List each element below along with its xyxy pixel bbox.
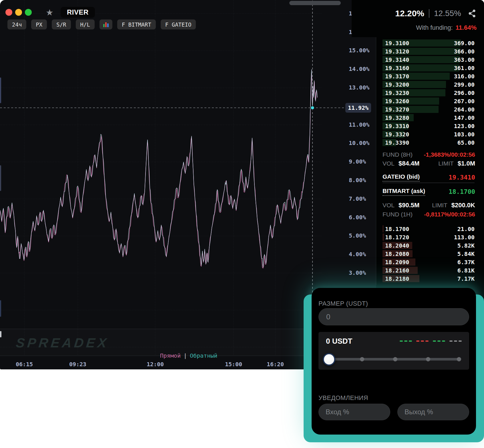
bid-row[interactable]: 19.3280147.00 bbox=[383, 114, 475, 122]
fund8-label: FUND (8H) bbox=[383, 151, 413, 158]
bid-row[interactable]: 19.3200299.00 bbox=[383, 80, 475, 89]
price-axis-label: 13.00% bbox=[349, 84, 383, 91]
bid-row[interactable]: 19.3120366.00 bbox=[383, 47, 475, 55]
vol-value: $84.4M bbox=[399, 160, 419, 167]
spread-stats: 12.20% 12.55% With funding: 11.64% bbox=[352, 0, 484, 37]
share-icon[interactable] bbox=[468, 9, 477, 18]
ask-price: 18.2090 bbox=[385, 259, 409, 266]
ask-row[interactable]: 18.21807.17K bbox=[383, 274, 475, 283]
bid-row[interactable]: 19.3160361.00 bbox=[383, 64, 475, 72]
gateio-row: GATEIO (bid) 19.3410 bbox=[383, 173, 475, 182]
ask-row[interactable]: 18.20906.37K bbox=[383, 258, 475, 266]
size-input[interactable] bbox=[318, 308, 469, 325]
bitmart-link[interactable]: BITMART (ask) bbox=[383, 188, 425, 196]
legend-inverse[interactable]: Обратный bbox=[190, 352, 217, 359]
time-axis-label: 15:00 bbox=[216, 361, 251, 368]
close-button[interactable] bbox=[5, 9, 12, 16]
toolbar-button-24-[interactable]: 24ч bbox=[7, 19, 26, 29]
slider-tick[interactable] bbox=[426, 357, 430, 361]
horizontal-scrollbar[interactable] bbox=[289, 1, 341, 5]
bid-size: 65.00 bbox=[457, 139, 475, 146]
bid-size: 123.00 bbox=[454, 123, 475, 130]
size-slider[interactable] bbox=[326, 353, 462, 366]
price-axis-label: 3.00% bbox=[349, 269, 383, 276]
slider-handle[interactable] bbox=[323, 353, 335, 366]
zoom-button[interactable] bbox=[25, 9, 32, 16]
funding-8h-row: FUND (8H) -1,3683%/00:02:56 bbox=[383, 151, 475, 158]
exchange-divider bbox=[383, 183, 475, 183]
bid-size: 267.00 bbox=[454, 98, 475, 105]
bid-row[interactable]: 19.3140363.00 bbox=[383, 55, 475, 64]
ask-row[interactable]: 18.20805.84K bbox=[383, 250, 475, 258]
exit-percent-input[interactable] bbox=[397, 404, 469, 420]
ask-row[interactable]: 18.1720113.00 bbox=[383, 233, 475, 241]
bid-price: 19.3260 bbox=[385, 98, 409, 105]
funding-1h-row: FUND (1H) -0,8117%/00:02:56 bbox=[383, 210, 475, 218]
bid-row[interactable]: 19.3320103.00 bbox=[383, 130, 475, 138]
bid-size: 369.00 bbox=[454, 40, 475, 47]
slider-tick[interactable] bbox=[393, 357, 397, 361]
bid-row[interactable]: 19.3270264.00 bbox=[383, 105, 475, 114]
ask-size: 6.81K bbox=[457, 267, 475, 274]
ask-size: 113.00 bbox=[454, 234, 475, 241]
time-axis-label: 12:00 bbox=[138, 361, 172, 368]
toolbar-button-f-gateio[interactable]: F GATEIO bbox=[161, 19, 196, 29]
vertical-scrollbar-fragment[interactable] bbox=[0, 300, 1, 317]
price-axis-label: 6.00% bbox=[349, 214, 383, 221]
ask-book: 18.170021.0018.1720113.0018.20405.82K18.… bbox=[383, 225, 475, 283]
bid-size: 147.00 bbox=[454, 114, 475, 121]
chart-style-button[interactable] bbox=[99, 19, 112, 29]
bid-price: 19.3100 bbox=[385, 40, 409, 47]
toolbar-button-px[interactable]: PX bbox=[31, 19, 47, 29]
resize-handle[interactable] bbox=[0, 331, 1, 337]
bid-row[interactable]: 19.3230296.00 bbox=[383, 89, 475, 97]
entry-percent-input[interactable] bbox=[318, 404, 390, 420]
ask-size: 7.17K bbox=[457, 275, 475, 282]
toolbar: 24чPXS/RH/LF BITMARTF GATEIO bbox=[7, 19, 196, 29]
slider-tick[interactable] bbox=[457, 357, 461, 361]
toolbar-button-h-l[interactable]: H/L bbox=[76, 19, 95, 29]
legend-direct[interactable]: Прямой bbox=[160, 352, 181, 359]
favorite-star-icon[interactable]: ★ bbox=[46, 7, 53, 17]
toolbar-button-s-r[interactable]: S/R bbox=[52, 19, 71, 29]
bid-row[interactable]: 19.3310123.00 bbox=[383, 122, 475, 130]
depth-bar bbox=[383, 225, 384, 232]
price-axis-label: 15.00% bbox=[349, 47, 383, 54]
bid-row[interactable]: 19.3260267.00 bbox=[383, 97, 475, 105]
bid-price: 19.3230 bbox=[385, 89, 409, 96]
size-label: РАЗМЕР (USDT) bbox=[318, 300, 368, 307]
bid-price: 19.3140 bbox=[385, 56, 409, 63]
minimize-button[interactable] bbox=[15, 9, 22, 16]
order-panel: РАЗМЕР (USDT) 0 USDT УВЕДОМЛЕНИЯ bbox=[312, 288, 476, 435]
time-axis-label: 06:15 bbox=[7, 361, 41, 368]
price-axis-label: 8.00% bbox=[349, 177, 383, 184]
ask-row[interactable]: 18.20405.82K bbox=[383, 241, 475, 250]
limit-value: $1.0M bbox=[458, 160, 475, 167]
vertical-scrollbar-fragment[interactable] bbox=[0, 77, 1, 103]
ask-row[interactable]: 18.21606.81K bbox=[383, 266, 475, 274]
bid-price: 19.3120 bbox=[385, 48, 409, 55]
watermark: SPREADEX bbox=[15, 335, 110, 351]
bid-size: 316.00 bbox=[454, 73, 475, 80]
depth-bar bbox=[383, 234, 384, 241]
bid-size: 366.00 bbox=[454, 48, 475, 55]
price-axis-label: 14.00% bbox=[349, 65, 383, 72]
vertical-scrollbar-fragment[interactable] bbox=[0, 165, 1, 191]
gateio-bid-price: 19.3410 bbox=[449, 174, 475, 181]
bid-size: 264.00 bbox=[454, 106, 475, 113]
vol-limit-row: VOL$84.4M LIMIT$1.0M bbox=[383, 160, 475, 168]
toolbar-button-f-bitmart[interactable]: F BITMART bbox=[117, 19, 156, 29]
fund1-label: FUND (1H) bbox=[383, 211, 413, 218]
vol-label: VOL bbox=[383, 160, 395, 167]
slider-tick[interactable] bbox=[360, 357, 364, 361]
ask-size: 6.37K bbox=[457, 259, 475, 266]
gateio-link[interactable]: GATEIO (bid) bbox=[383, 173, 420, 182]
bid-row[interactable]: 19.3100369.00 bbox=[383, 39, 475, 47]
price-axis-label: 11.00% bbox=[349, 121, 383, 128]
slider-track[interactable] bbox=[329, 358, 461, 361]
dash-group bbox=[449, 341, 462, 342]
pair-title[interactable]: RIVER bbox=[61, 7, 95, 18]
bid-row[interactable]: 19.339065.00 bbox=[383, 138, 475, 147]
bid-row[interactable]: 19.3170316.00 bbox=[383, 72, 475, 80]
ask-row[interactable]: 18.170021.00 bbox=[383, 225, 475, 233]
